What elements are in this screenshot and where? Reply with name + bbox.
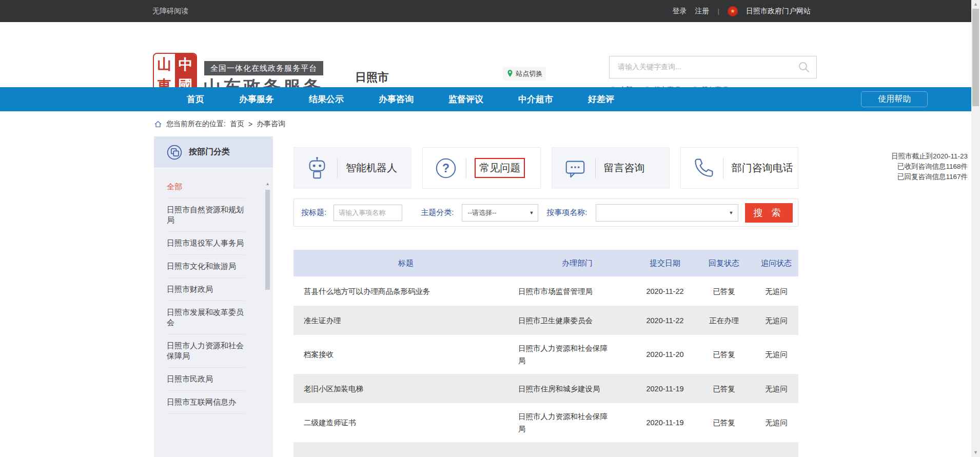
sidebar-item[interactable]: 日照市退役军人事务局: [167, 232, 245, 255]
tab-message-consult[interactable]: 留言咨询: [552, 147, 670, 189]
cell-reply-status: 已答复: [694, 383, 754, 395]
table-row[interactable]: 老旧小区加装电梯 日照市住房和城乡建设局 2020-11-19 已答复 无追问: [293, 374, 798, 403]
question-icon: ?: [434, 156, 458, 180]
table-header-cell: 办理部门: [518, 259, 636, 268]
login-link[interactable]: 登录: [673, 7, 687, 16]
search-button[interactable]: 搜 索: [745, 203, 793, 223]
cell-follow-status: 无追问: [754, 348, 798, 361]
cell-title[interactable]: 老旧小区加装电梯: [293, 383, 518, 395]
stats-line: 日照市截止到2020-11-23: [867, 151, 968, 162]
title-filter-input[interactable]: 请输入事项名称: [334, 205, 402, 221]
cell-reply-status: 已答复: [694, 285, 754, 297]
page-scrollbar-thumb[interactable]: [972, 9, 979, 106]
table-header-cell: 追问状态: [754, 259, 798, 268]
cell-department: 日照市卫生健康委员会: [518, 314, 636, 327]
help-button[interactable]: 使用帮助: [861, 91, 928, 107]
topbar-separator: |: [718, 7, 719, 15]
nav-items: 首页 办事服务 结果公示 办事咨询 监督评议 中介超市 好差评: [169, 87, 632, 111]
seal-char: 中: [175, 54, 196, 75]
sidebar-item[interactable]: 日照市发展和改革委员会: [167, 301, 245, 334]
cell-date: 2020-11-19: [636, 416, 694, 429]
sidebar-scrollbar[interactable]: ▲ ▼: [265, 182, 270, 457]
consultation-table: 标题 办理部门 提交日期 回复状态 追问状态 莒县什么地方可以办理商品条形码业务…: [293, 250, 798, 457]
scroll-up-icon[interactable]: ▲: [971, 2, 980, 7]
tab-smart-robot[interactable]: 智能机器人: [293, 147, 411, 189]
tab-faq[interactable]: ? 常见问题: [422, 147, 540, 189]
card-divider: [466, 158, 466, 178]
portal-link[interactable]: 日照市政府门户网站: [746, 7, 811, 16]
category-icon: [166, 144, 183, 161]
cell-follow-status: 无追问: [754, 416, 798, 429]
nav-item[interactable]: 中介超市: [501, 87, 571, 111]
nav-item[interactable]: 办事服务: [222, 87, 291, 111]
tab-department-phone[interactable]: 部门咨询电话: [680, 147, 798, 189]
sidebar-item[interactable]: 日照市文化和旅游局: [167, 255, 245, 278]
home-icon: [154, 120, 162, 128]
nav-item[interactable]: 结果公示: [291, 87, 361, 111]
breadcrumb-separator: >: [248, 120, 252, 128]
department-sidebar: 按部门分类 全部 日照市自然资源和规划局 日照市退役军人事务局 日照市文化和旅游…: [154, 136, 273, 457]
sidebar-item[interactable]: 日照市自然资源和规划局: [167, 198, 245, 232]
platform-badge: 全国一体化在线政务服务平台: [204, 61, 323, 75]
nav-item[interactable]: 首页: [169, 87, 222, 111]
cell-date: 2020-11-20: [636, 348, 694, 361]
location-pin-icon: [506, 69, 514, 78]
sidebar-item[interactable]: 日照市人力资源和社会保障局: [167, 334, 245, 368]
title-filter-label: 按标题:: [301, 208, 326, 217]
top-bar: 无障碍阅读 登录 注册 | ★ 日照市政府门户网站: [0, 0, 980, 22]
cell-follow-status: 无追问: [754, 285, 798, 297]
nav-item[interactable]: 监督评议: [431, 87, 501, 111]
card-divider: [595, 158, 596, 178]
cell-title[interactable]: 二级建造师证书: [293, 416, 518, 429]
keyword-search-input[interactable]: 请输入关键字查询...: [609, 56, 817, 78]
site-switch-button[interactable]: 站点切换: [503, 67, 546, 81]
category-select[interactable]: --请选择-- ▼: [462, 204, 538, 222]
sidebar-item[interactable]: 日照市财政局: [167, 278, 245, 301]
site-switch-label: 站点切换: [516, 69, 543, 78]
robot-icon: [305, 156, 329, 180]
sidebar-title: 按部门分类: [189, 147, 230, 157]
category-filter-label: 主题分类:: [421, 208, 454, 217]
cell-department: 日照市人力资源和社会保障局: [518, 410, 636, 435]
page-scrollbar[interactable]: ▲ ▼: [971, 0, 980, 457]
tab-label: 智能机器人: [346, 161, 397, 175]
item-name-select[interactable]: ▼: [596, 204, 738, 222]
scroll-down-icon[interactable]: ▼: [971, 450, 980, 455]
table-body: 莒县什么地方可以办理商品条形码业务 日照市市场监督管理局 2020-11-22 …: [293, 276, 798, 442]
table-header-cell: 回复状态: [694, 259, 754, 268]
phone-icon: [692, 157, 715, 180]
table-row[interactable]: 档案接收 日照市人力资源和社会保障局 2020-11-20 已答复 无追问: [293, 335, 798, 374]
sidebar-scrollbar-thumb[interactable]: [265, 190, 270, 290]
table-row[interactable]: 二级建造师证书 日照市人力资源和社会保障局 2020-11-19 已答复 无追问: [293, 403, 798, 442]
search-placeholder: 请输入关键字查询...: [618, 63, 798, 72]
cell-reply-status: 已答复: [694, 348, 754, 361]
accessibility-link[interactable]: 无障碍阅读: [152, 7, 188, 16]
tab-label: 部门咨询电话: [732, 161, 793, 175]
cell-date: 2020-11-22: [636, 314, 694, 327]
cell-title[interactable]: 莒县什么地方可以办理商品条形码业务: [293, 285, 518, 297]
table-row[interactable]: 准生证办理 日照市卫生健康委员会 2020-11-22 正在办理 无追问: [293, 306, 798, 335]
sidebar-header: 按部门分类: [154, 136, 273, 168]
nav-item[interactable]: 好差评: [571, 87, 632, 111]
cell-title[interactable]: 档案接收: [293, 348, 518, 361]
register-link[interactable]: 注册: [695, 7, 710, 16]
scroll-up-icon[interactable]: ▲: [265, 182, 270, 186]
breadcrumb: 您当前所在的位置: 首页 > 办事咨询: [154, 120, 285, 129]
table-row[interactable]: 莒县什么地方可以办理商品条形码业务 日照市市场监督管理局 2020-11-22 …: [293, 276, 798, 306]
cell-follow-status: 无追问: [754, 383, 798, 395]
breadcrumb-home[interactable]: 首页: [230, 120, 244, 129]
cell-follow-status: 无追问: [754, 314, 798, 327]
nav-item[interactable]: 办事咨询: [361, 87, 431, 111]
cell-date: 2020-11-22: [636, 285, 694, 297]
sidebar-item[interactable]: 日照市互联网信息办: [167, 391, 245, 414]
header: 山 中 東 國 全国一体化在线政务服务平台 山东政务服务 日照市 站点切换 请输…: [0, 22, 980, 87]
search-icon[interactable]: [798, 61, 810, 73]
sidebar-item[interactable]: 全部: [167, 175, 245, 198]
sidebar-item[interactable]: 日照市民政局: [167, 368, 245, 391]
card-divider: [337, 158, 338, 178]
cell-title[interactable]: 准生证办理: [293, 314, 518, 327]
main-nav: 首页 办事服务 结果公示 办事咨询 监督评议 中介超市 好差评: [0, 87, 980, 111]
cell-department: 日照市住房和城乡建设局: [518, 383, 636, 395]
table-header-cell: 提交日期: [636, 259, 694, 268]
seal-char: 山: [154, 54, 175, 75]
